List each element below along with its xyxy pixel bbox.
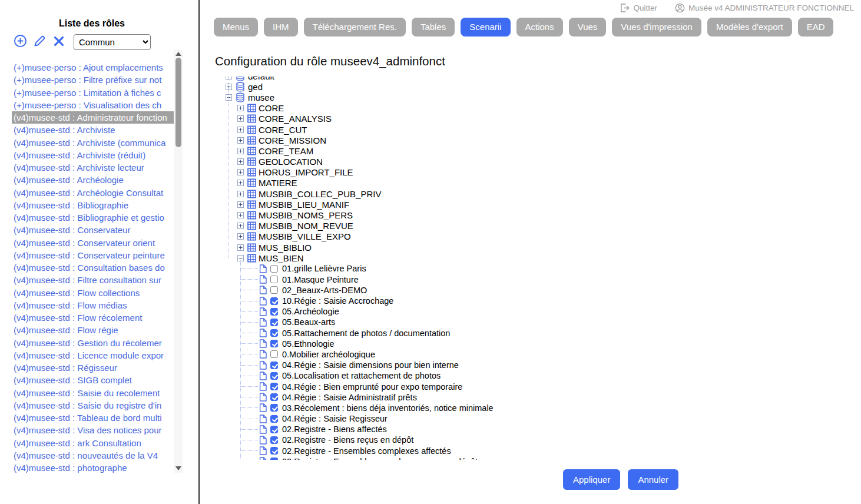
scenario-label[interactable]: 04.Régie : Saisie dimensions pour bien i… — [282, 360, 459, 370]
role-list-item[interactable]: (v4)musee-std : Archiviste — [12, 124, 175, 136]
tree-expand-plus-icon[interactable] — [237, 191, 244, 197]
scenario-label[interactable]: 02.Registre - Biens reçus en dépôt — [282, 435, 413, 445]
tab-vues[interactable]: Vues — [569, 18, 607, 37]
scenario-label[interactable]: 01.grille Lelièvre Paris — [282, 264, 366, 273]
tree-expand-plus-icon[interactable] — [237, 105, 244, 111]
role-list-item[interactable]: (+)musee-perso : Limitation à fiches c — [12, 87, 175, 99]
scenario-checkbox[interactable] — [270, 383, 278, 390]
role-list-item[interactable]: (v4)musee-std : Administrateur fonction — [12, 111, 175, 124]
tree-table-label[interactable]: MUS_BIEN — [259, 253, 304, 263]
tab-t-l-chargement-res-[interactable]: Téléchargement Res. — [304, 18, 406, 37]
tree-table-label[interactable]: MUSBIB_LIEU_MANIF — [259, 200, 349, 210]
tree-table-label[interactable]: MUSBIB_NOMS_PERS — [259, 210, 353, 220]
tree-table-label[interactable]: MUSBIB_VILLE_EXPO — [259, 231, 351, 241]
role-list-item[interactable]: (v4)musee-std : nouveautés de la V4 — [12, 449, 175, 462]
role-list-item[interactable]: (v4)musee-std : Saisie du registre d'in — [12, 399, 175, 412]
scenario-label[interactable]: 02.Registre - Ensembles complexes affect… — [282, 446, 451, 456]
tree-expand-plus-icon[interactable] — [237, 223, 244, 229]
role-list-item[interactable]: (v4)musee-std : Licence module expor — [12, 349, 175, 362]
role-list-item[interactable]: (v4)musee-std : Gestion du récolemer — [12, 337, 175, 349]
tree-table-label[interactable]: CORE_TEAM — [259, 146, 313, 156]
role-list-item[interactable]: (v4)musee-std : Conservateur peinture — [12, 249, 175, 261]
scroll-up-icon[interactable] — [175, 52, 181, 56]
tree-expand-plus-icon[interactable] — [237, 127, 244, 133]
role-list-item[interactable]: (v4)musee-std : Conservateur — [12, 224, 175, 236]
role-list-item[interactable]: (v4)musee-std : Flow récolement — [12, 311, 175, 324]
tree-table-label[interactable]: CORE_ANALYSIS — [259, 114, 332, 124]
role-list-item[interactable]: (v4)musee-std : Archéologie Consultat — [12, 187, 175, 199]
edit-role-button[interactable] — [32, 35, 47, 49]
scenario-checkbox[interactable] — [270, 404, 278, 412]
tree-expand-plus-icon[interactable] — [237, 233, 244, 240]
scenario-checkbox[interactable] — [270, 393, 278, 401]
scenario-checkbox[interactable] — [270, 319, 278, 326]
scenario-checkbox[interactable] — [270, 426, 278, 433]
role-list-item[interactable]: (v4)musee-std : Flow collections — [12, 287, 175, 299]
role-list-item[interactable]: (v4)musee-std : ark Consultation — [12, 437, 175, 449]
tree-expand-plus-icon[interactable] — [237, 180, 244, 186]
tree-expand-plus-icon[interactable] — [237, 244, 244, 251]
tab-menus[interactable]: Menus — [214, 18, 258, 37]
role-list-item[interactable]: (v4)musee-std : Filtre consultation sur — [12, 274, 175, 286]
current-user[interactable]: Musée v4 ADMINISTRATEUR FONCTIONNEL — [675, 3, 854, 13]
tree-expand-plus-icon[interactable] — [237, 212, 244, 218]
quit-button[interactable]: Quitter — [620, 3, 657, 13]
role-list-item[interactable]: (v4)musee-std : Conservateur orient — [12, 237, 175, 249]
scenario-label[interactable]: 04.Régie : Saisie Administratif prêts — [282, 393, 417, 402]
role-list-item[interactable]: (+)musee-perso : Filtre préfixe sur not — [12, 74, 175, 86]
scenario-checkbox[interactable] — [270, 350, 278, 358]
tab-ead[interactable]: EAD — [798, 18, 834, 37]
add-role-button[interactable] — [13, 35, 27, 49]
scenario-label[interactable]: 03.Récolement : biens déja inventoriés, … — [282, 403, 494, 413]
role-list-item[interactable]: (v4)musee-std : Archéologie — [12, 174, 175, 186]
scrollbar-thumb[interactable] — [175, 58, 181, 147]
scenario-label[interactable]: 04.Régie : Saisie Regisseur — [282, 414, 388, 423]
tab-ihm[interactable]: IHM — [264, 18, 298, 37]
sidebar-scrollbar[interactable] — [174, 49, 183, 473]
tab-actions[interactable]: Actions — [516, 18, 563, 37]
scenario-label[interactable]: 10.Régie : Saisie Accrochage — [282, 296, 393, 306]
tree-table-label[interactable]: MUSBIB_COLLEC_PUB_PRIV — [259, 189, 381, 199]
role-list-item[interactable]: (v4)musee-std : Tableau de bord multi — [12, 412, 175, 424]
tree-table-label[interactable]: MUS_BIBLIO — [259, 243, 312, 253]
tree-table-label[interactable]: MATIERE — [259, 178, 297, 188]
scenario-checkbox[interactable] — [270, 372, 278, 380]
scenario-checkbox[interactable] — [270, 286, 278, 294]
scenario-label[interactable]: 05.Ethnologie — [282, 339, 335, 349]
tree-expand-plus-icon[interactable] — [237, 201, 244, 208]
tree-database-label[interactable]: musee — [248, 92, 274, 102]
tab-vues-d-impression[interactable]: Vues d'impression — [612, 18, 701, 37]
scenario-checkbox[interactable] — [270, 362, 278, 369]
tree-expand-plus-icon[interactable] — [237, 169, 244, 175]
role-list-item[interactable]: (v4)musee-std : Flow régie — [12, 324, 175, 336]
role-list-item[interactable]: (+)musee-perso : Visualisation des ch — [12, 99, 175, 111]
scenario-checkbox[interactable] — [270, 340, 278, 347]
role-list-item[interactable]: (v4)musee-std : Archiviste lecteur — [12, 161, 175, 174]
delete-role-button[interactable] — [52, 35, 66, 49]
tab-scenarii[interactable]: Scenarii — [461, 18, 510, 37]
tree-table-label[interactable]: HORUS_IMPORT_FILE — [259, 167, 353, 177]
tree-database-label[interactable]: ged — [248, 82, 263, 92]
tree-table-label[interactable]: MUSBIB_NOM_REVUE — [259, 221, 353, 231]
cancel-button[interactable]: Annuler — [628, 469, 678, 490]
role-list-item[interactable]: (v4)musee-std : Archiviste (réduit) — [12, 149, 175, 161]
role-list-item[interactable]: (v4)musee-std : Visa des notices pour — [12, 424, 175, 436]
role-filter-select[interactable]: Commun — [74, 34, 151, 50]
role-list-item[interactable]: (v4)musee-std : Archiviste (communica — [12, 137, 175, 149]
role-list-item[interactable]: (v4)musee-std : Bibliographie et gestio — [12, 211, 175, 224]
scenario-checkbox[interactable] — [270, 447, 278, 455]
scenario-label[interactable]: 0.Mobilier archéologique — [282, 350, 375, 359]
scenario-label[interactable]: 02_Beaux-Arts-DEMO — [282, 286, 367, 295]
tree-table-label[interactable]: CORE_CUT — [259, 125, 307, 135]
scenario-checkbox[interactable] — [270, 436, 278, 444]
scenario-label[interactable]: 05.Rattachement de photos / documentatio… — [282, 329, 450, 338]
tree-table-label[interactable]: GEOLOCATION — [259, 157, 323, 167]
role-list-item[interactable]: (v4)musee-std : Bibliographie — [12, 199, 175, 211]
tree-expand-plus-icon[interactable] — [237, 148, 244, 154]
scenario-label[interactable]: 05.Localisation et rattachement de photo… — [282, 371, 441, 380]
scenario-label[interactable]: 05.Beaux-arts — [282, 317, 335, 327]
scroll-down-icon[interactable] — [175, 466, 181, 470]
scenario-checkbox[interactable] — [270, 276, 278, 283]
scenario-checkbox[interactable] — [270, 329, 278, 337]
scenario-label[interactable]: 05.Archéologie — [282, 307, 339, 316]
